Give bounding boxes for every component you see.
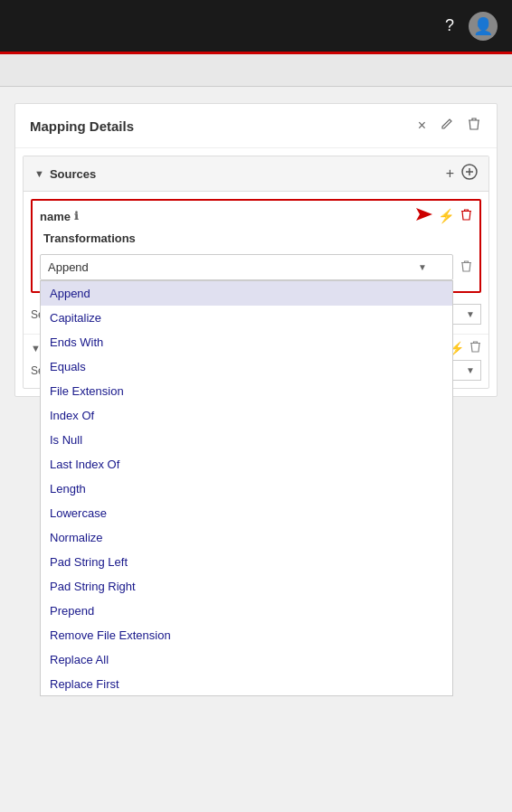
send-icon[interactable] [416,208,432,224]
transformation-dropdown-trigger[interactable]: Append ▼ [40,254,453,280]
avatar[interactable]: 👤 [469,12,498,41]
trash-icon[interactable] [460,208,472,224]
dropdown-item-append[interactable]: Append [41,281,452,306]
mapping-details-panel: Mapping Details × ▼ [14,103,498,397]
sources-chevron[interactable]: ▼ [34,168,44,179]
dropdown-item-ends-with[interactable]: Ends With [41,330,452,354]
edit-button[interactable] [439,116,455,136]
transformation-dropdown-list[interactable]: AppendCapitalizeEnds WithEqualsFile Exte… [40,280,453,696]
dropdown-item-replace-all[interactable]: Replace All [41,647,452,672]
transformation-dropdown-row: Append ▼ AppendCapitalizeEnds WithEquals… [40,254,472,280]
source-item: name ℹ ⚡ [31,199,481,293]
source-name-label: name ℹ [40,210,79,223]
help-icon[interactable]: ? [445,16,454,35]
dropdown-item-last-index-of[interactable]: Last Index Of [41,452,452,477]
source-actions: ⚡ [416,208,472,224]
navbar: ? 👤 [0,0,512,54]
info-icon: ℹ [74,210,79,222]
lightning-icon[interactable]: ⚡ [438,208,455,224]
dropdown-arrow-icon: ▼ [418,262,427,272]
dropdown-item-length[interactable]: Length [41,477,452,501]
sources-title: Sources [50,167,96,181]
close-button[interactable]: × [416,116,428,136]
panel-header: Mapping Details × [15,104,497,148]
dropdown-selected-value: Append [48,260,89,274]
dropdown-item-lowercase[interactable]: Lowercase [41,501,452,525]
transformations-label: Transformations [40,231,472,245]
sources-section: ▼ Sources + name [23,156,489,389]
dropdown-item-index-of[interactable]: Index Of [41,403,452,428]
source-name-text: name [40,210,71,223]
transformation-delete-icon[interactable] [460,260,472,276]
main-content: Mapping Details × ▼ [0,87,512,812]
svg-marker-1 [416,208,432,221]
source-item-header: name ℹ ⚡ [40,208,472,224]
dropdown-item-replace-first[interactable]: Replace First [41,672,452,696]
sources-icons: + [446,164,478,184]
sources-header: ▼ Sources + [24,156,488,192]
delete-button[interactable] [466,115,482,137]
dropdown-item-file-extension[interactable]: File Extension [41,379,452,403]
dropdown-item-pad-string-right[interactable]: Pad String Right [41,574,452,599]
transformation-dropdown-container: Append ▼ AppendCapitalizeEnds WithEquals… [40,254,453,280]
dropdown-item-equals[interactable]: Equals [41,354,452,379]
panel-icons: × [416,115,482,137]
subheader [0,54,512,87]
bottom-actions: ⚡ [449,340,481,356]
add-source-circle-icon[interactable] [461,164,478,184]
dropdown-item-normalize[interactable]: Normalize [41,525,452,550]
dropdown-item-remove-file-extension[interactable]: Remove File Extension [41,623,452,647]
sources-label: ▼ Sources [34,167,96,181]
add-source-icon[interactable]: + [446,165,454,182]
dropdown-item-prepend[interactable]: Prepend [41,599,452,623]
bottom-trash-icon[interactable] [469,340,481,356]
dropdown-item-is-null[interactable]: Is Null [41,428,452,452]
dropdown-item-capitalize[interactable]: Capitalize [41,306,452,330]
dropdown-item-pad-string-left[interactable]: Pad String Left [41,550,452,574]
panel-title: Mapping Details [30,118,134,134]
avatar-icon: 👤 [473,16,493,36]
